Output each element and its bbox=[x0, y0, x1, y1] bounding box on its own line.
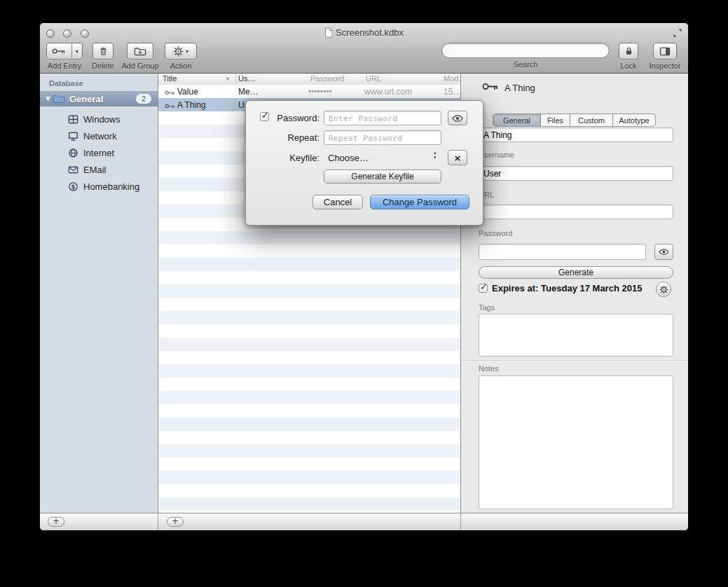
entry-modified: 15… bbox=[444, 87, 461, 97]
sidebar-item-internet[interactable]: Internet bbox=[40, 144, 158, 161]
notes-label: Notes bbox=[479, 364, 499, 373]
sidebar-item-network[interactable]: Network bbox=[40, 127, 158, 144]
delete-button[interactable] bbox=[92, 43, 114, 60]
title-field[interactable] bbox=[479, 127, 673, 142]
inspector-entry-title: A Thing bbox=[504, 83, 535, 93]
window-title-row: Screenshot.kdbx bbox=[40, 27, 688, 38]
action-button[interactable]: ▾ bbox=[165, 43, 197, 60]
inspector-label: Inspector bbox=[649, 62, 680, 70]
reveal-password-button[interactable] bbox=[654, 244, 673, 260]
new-password-input[interactable] bbox=[324, 111, 441, 125]
key-icon bbox=[482, 82, 499, 91]
inspector-panel: A Thing General Files Custom Autotype Us… bbox=[462, 74, 688, 513]
password-field[interactable] bbox=[479, 244, 646, 260]
eye-icon bbox=[451, 114, 464, 123]
inspector-panel-icon bbox=[659, 47, 671, 56]
lock-label: Lock bbox=[620, 62, 636, 70]
notes-field[interactable] bbox=[479, 375, 673, 509]
delete-label: Delete bbox=[92, 62, 114, 70]
search-group: Search bbox=[441, 43, 610, 69]
disclosure-triangle-icon[interactable]: ▼ bbox=[46, 95, 53, 102]
folder-icon bbox=[53, 95, 65, 104]
sort-arrow-icon: ▾ bbox=[226, 76, 229, 82]
sidebar-item-email[interactable]: EMail bbox=[40, 161, 158, 178]
entry-password-masked: •••••••• bbox=[308, 87, 332, 97]
gear-icon bbox=[659, 285, 668, 294]
sidebar-item-label: Internet bbox=[83, 148, 114, 158]
eye-icon bbox=[658, 248, 670, 256]
tab-autotype[interactable]: Autotype bbox=[613, 114, 655, 126]
gear-icon bbox=[173, 46, 184, 57]
dialog-keyfile-label: Keyfile: bbox=[269, 153, 320, 163]
window-chrome: Screenshot.kdbx ▾ Add Entry Delete bbox=[40, 23, 688, 74]
username-field[interactable] bbox=[479, 166, 673, 181]
column-header-title[interactable]: Title bbox=[163, 74, 177, 83]
add-group-bottom-button[interactable]: + bbox=[48, 517, 64, 527]
group-count-badge: 2 bbox=[136, 94, 151, 104]
sidebar-group-label: General bbox=[69, 94, 103, 104]
delete-group: Delete bbox=[88, 43, 118, 70]
sidebar-item-label: Network bbox=[83, 131, 117, 141]
entry-username: Me… bbox=[238, 87, 259, 97]
sidebar-item-label: Windows bbox=[83, 114, 121, 125]
expires-checkbox[interactable]: ✓ bbox=[479, 284, 488, 293]
generate-keyfile-button[interactable]: Generate Keyfile bbox=[324, 170, 441, 184]
generate-password-button[interactable]: Generate bbox=[479, 266, 673, 279]
keyfile-popup[interactable]: Choose… bbox=[328, 153, 369, 163]
expires-settings-button[interactable] bbox=[656, 282, 671, 297]
tab-general[interactable]: General bbox=[493, 114, 541, 126]
window-title: Screenshot.kdbx bbox=[336, 27, 404, 38]
sidebar-group-general[interactable]: ▼ General 2 bbox=[40, 91, 158, 106]
tab-files[interactable]: Files bbox=[541, 114, 570, 126]
entry-url: www.url.com bbox=[364, 87, 412, 97]
tags-field[interactable] bbox=[479, 314, 673, 357]
change-password-button[interactable]: Change Password bbox=[370, 195, 469, 209]
checkbox-check-icon: ✓ bbox=[480, 282, 488, 292]
password-label: Password bbox=[479, 229, 512, 237]
add-group-button[interactable] bbox=[127, 43, 153, 60]
column-header-username[interactable]: Us… bbox=[238, 74, 255, 83]
password-enable-checkbox[interactable]: ✓ bbox=[260, 112, 269, 121]
clear-x-icon: × bbox=[454, 153, 462, 163]
key-icon bbox=[165, 88, 175, 98]
chevron-down-icon: ▾ bbox=[186, 48, 188, 55]
clear-keyfile-button[interactable]: × bbox=[448, 150, 467, 165]
sidebar-item-windows[interactable]: Windows bbox=[40, 111, 158, 127]
sidebar-item-label: Homebanking bbox=[83, 181, 139, 192]
repeat-password-input[interactable] bbox=[324, 130, 441, 145]
add-entry-bottom-button[interactable]: + bbox=[167, 517, 184, 527]
expires-label: Expires at: Tuesday 17 March 2015 bbox=[492, 283, 642, 294]
sidebar-item-homebanking[interactable]: $ Homebanking bbox=[40, 178, 158, 195]
bottom-bar: + + bbox=[40, 513, 688, 530]
dialog-reveal-password-button[interactable] bbox=[448, 111, 467, 125]
fullscreen-arrows-icon[interactable] bbox=[673, 28, 682, 38]
folder-add-icon bbox=[134, 47, 146, 56]
action-label: Action bbox=[170, 62, 192, 70]
svg-text:$: $ bbox=[71, 183, 76, 190]
url-field[interactable] bbox=[479, 205, 673, 219]
monitor-icon bbox=[68, 131, 78, 141]
add-entry-button[interactable]: ▾ bbox=[46, 43, 83, 60]
sidebar-item-label: EMail bbox=[83, 165, 107, 175]
search-label: Search bbox=[514, 60, 538, 69]
tab-custom[interactable]: Custom bbox=[570, 114, 613, 126]
column-header-password[interactable]: Password bbox=[310, 74, 344, 83]
chevron-down-icon[interactable]: ▾ bbox=[72, 43, 82, 59]
cancel-button[interactable]: Cancel bbox=[313, 195, 363, 209]
inspector-toggle-button[interactable] bbox=[653, 43, 677, 60]
globe-icon bbox=[68, 148, 78, 158]
screen-background: Screenshot.kdbx ▾ Add Entry Delete bbox=[0, 0, 728, 587]
add-entry-label: Add Entry bbox=[48, 62, 81, 70]
windows-icon bbox=[68, 114, 78, 125]
add-entry-group: ▾ Add Entry bbox=[45, 43, 84, 70]
add-group-label: Add Group bbox=[121, 62, 158, 70]
stepper-arrows-icon[interactable]: ▴▾ bbox=[434, 151, 437, 160]
entry-title: Value bbox=[177, 87, 198, 97]
dialog-repeat-label: Repeat: bbox=[269, 132, 320, 143]
tags-label: Tags bbox=[479, 303, 495, 312]
table-row[interactable]: Value Me… •••••••• www.url.com 15… bbox=[158, 85, 460, 98]
column-header-url[interactable]: URL bbox=[366, 74, 381, 83]
lock-button[interactable] bbox=[619, 43, 638, 60]
action-group: ▾ Action bbox=[163, 43, 199, 70]
search-input[interactable] bbox=[441, 43, 610, 58]
